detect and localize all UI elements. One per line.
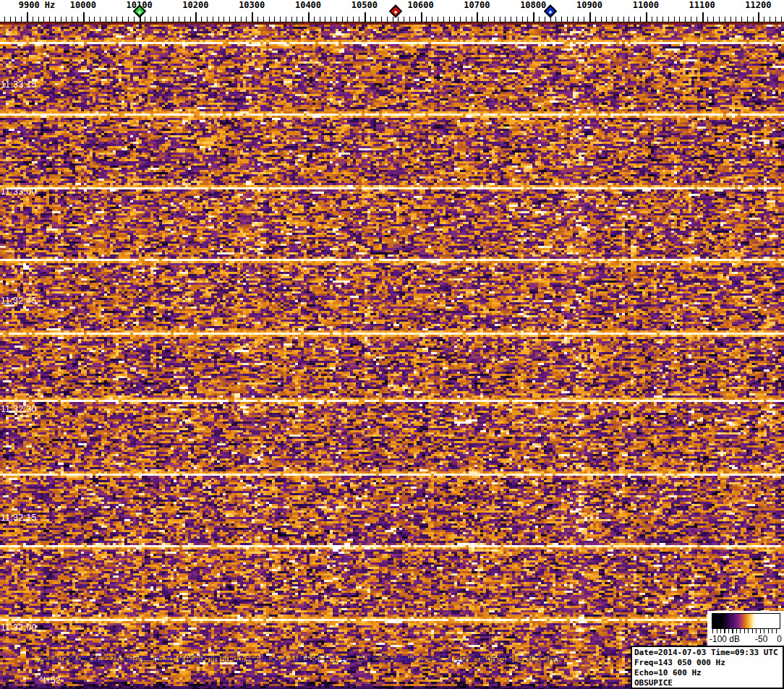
axis-tick <box>494 17 495 22</box>
axis-tick <box>707 17 708 22</box>
axis-label: 10900 <box>576 0 602 10</box>
axis-tick <box>286 17 286 22</box>
axis-label: 10300 <box>239 0 265 10</box>
spectrogram-canvas[interactable] <box>0 22 784 689</box>
red-frequency-marker-icon[interactable] <box>388 4 401 17</box>
axis-tick <box>426 17 427 22</box>
axis-tick <box>606 17 607 22</box>
axis-tick <box>201 17 202 22</box>
axis-tick <box>122 17 123 22</box>
axis-tick <box>33 17 33 22</box>
axis-tick <box>336 17 337 22</box>
axis-tick <box>223 17 224 22</box>
axis-tick <box>623 17 624 22</box>
axis-tick <box>263 17 264 22</box>
axis-tick <box>116 17 117 22</box>
axis-tick <box>128 17 129 22</box>
axis-tick <box>409 17 410 22</box>
axis-tick <box>77 17 78 22</box>
axis-tick <box>578 17 579 22</box>
axis-tick <box>432 17 433 22</box>
axis-tick <box>500 17 500 22</box>
axis-label: 10700 <box>464 0 490 10</box>
axis-tick <box>629 17 629 22</box>
axis-tick <box>764 17 764 22</box>
frequency-axis[interactable]: 9900 Hz100001010010200103001040010500106… <box>0 0 784 22</box>
marker-center-dot <box>137 10 140 13</box>
axis-tick <box>207 17 208 22</box>
axis-tick <box>15 17 16 22</box>
axis-tick <box>612 17 613 22</box>
axis-tick <box>561 17 562 22</box>
axis-tick <box>719 17 720 22</box>
axis-tick <box>375 17 376 22</box>
axis-tick <box>297 17 297 22</box>
axis-tick <box>634 17 635 22</box>
axis-tick <box>150 17 151 22</box>
axis-tick <box>460 17 461 22</box>
axis-tick <box>595 17 596 22</box>
axis-tick <box>449 17 450 22</box>
colorbar-min-label: -100 dB <box>710 634 740 644</box>
axis-tick <box>331 17 331 22</box>
axis-tick <box>758 12 759 22</box>
colorbar-max-label: 0 <box>777 634 782 644</box>
axis-tick <box>618 17 618 22</box>
axis-tick <box>10 17 11 22</box>
colorbar-labels: -100 dB -50 0 <box>707 634 784 644</box>
axis-tick <box>555 17 556 22</box>
axis-tick <box>421 12 422 22</box>
colorbar-gradient <box>712 613 780 629</box>
axis-tick <box>472 17 472 22</box>
colorbar-ticks <box>712 629 780 633</box>
axis-tick <box>781 17 782 22</box>
axis-tick <box>72 17 72 22</box>
axis-tick <box>66 17 67 22</box>
axis-tick <box>134 17 135 22</box>
axis-tick <box>61 17 61 22</box>
axis-tick <box>314 17 315 22</box>
axis-tick <box>454 17 455 22</box>
axis-tick <box>685 17 686 22</box>
axis-tick <box>89 17 90 22</box>
axis-label: 11100 <box>689 0 715 10</box>
axis-tick <box>257 17 258 22</box>
axis-tick <box>488 17 489 22</box>
axis-tick <box>195 12 197 22</box>
axis-tick <box>741 17 742 22</box>
marker-center-dot <box>548 10 551 13</box>
axis-tick <box>320 17 320 22</box>
axis-tick <box>38 17 39 22</box>
axis-tick <box>106 17 106 22</box>
axis-tick <box>393 17 393 22</box>
axis-tick <box>162 17 163 22</box>
axis-tick <box>100 17 101 22</box>
axis-tick <box>545 17 545 22</box>
axis-tick <box>387 17 388 22</box>
axis-label: 10800 <box>520 0 546 10</box>
axis-tick <box>725 17 725 22</box>
axis-tick <box>168 17 169 22</box>
axis-tick <box>477 12 478 22</box>
axis-tick <box>438 17 438 22</box>
axis-tick <box>280 17 281 22</box>
axis-tick <box>365 12 366 22</box>
axis-tick <box>589 12 591 22</box>
axis-tick <box>173 17 174 22</box>
axis-tick <box>404 17 404 22</box>
axis-tick <box>539 17 540 22</box>
axis-tick <box>83 12 85 22</box>
axis-tick <box>668 17 669 22</box>
axis-label: 9900 Hz <box>19 0 56 10</box>
axis-tick <box>274 17 275 22</box>
axis-tick <box>291 17 292 22</box>
axis-tick <box>696 17 697 22</box>
axis-tick <box>179 17 179 22</box>
info-echo: Echo=10 600 Hz <box>634 668 783 678</box>
axis-tick <box>55 17 56 22</box>
axis-tick <box>747 17 748 22</box>
axis-tick <box>246 17 247 22</box>
axis-tick <box>527 17 528 22</box>
info-frequency: Freq=143 050 000 Hz <box>634 658 783 668</box>
axis-tick <box>325 17 325 22</box>
